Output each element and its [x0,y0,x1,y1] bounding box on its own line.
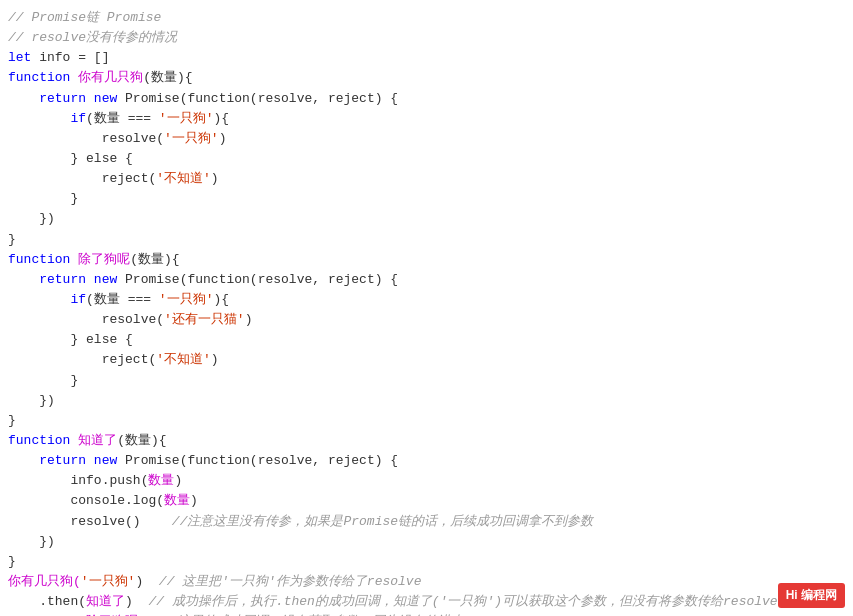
code-line: let info = [] [0,48,853,68]
code-token: resolve( [102,129,164,149]
code-token: // 成功操作后，执行.then的成功回调，知道了('一只狗')可以获取这个参数… [148,592,777,612]
code-line: resolve('还有一只猫') [0,310,853,330]
code-line: } [0,230,853,250]
code-token: let [8,48,39,68]
code-token: reject( [102,350,157,370]
code-line: // resolve没有传参的情况 [0,28,853,48]
code-token: function [8,431,78,451]
code-line: }) [0,532,853,552]
code-line: }) [0,391,853,411]
code-line: return new Promise(function(resolve, rej… [0,89,853,109]
code-line: } [0,371,853,391]
code-token: 除了狗呢 [78,250,130,270]
code-token: ) [125,592,148,612]
code-token: }) [39,532,55,552]
code-token: (function(resolve, reject) { [180,270,398,290]
code-token: '一只狗' [164,129,219,149]
code-line: resolve('一只狗') [0,129,853,149]
code-token: 数量 [164,491,190,511]
code-token: 你有几只狗( [8,572,81,592]
code-line: 你有几只狗('一只狗') // 这里把'一只狗'作为参数传给了resolve [0,572,853,592]
code-token: ) [211,169,219,189]
code-token: .then( [39,612,86,616]
code-token: '一只狗' [159,109,214,129]
code-token: }) [39,391,55,411]
code-token: } [8,552,16,572]
code-line: function 你有几只狗(数量){ [0,68,853,88]
code-token: ) [138,612,154,616]
code-token: return [39,451,94,471]
code-token: }) [39,209,55,229]
code-token: console.log( [70,491,164,511]
code-token: (数量){ [143,68,192,88]
code-token: } [70,189,78,209]
code-token: info [39,48,70,68]
code-line: } else { [0,330,853,350]
code-line: .then(除了狗呢) // 这里的成功回调，没有获取参数，因为没有传进来 [0,612,853,616]
code-token: 数量 [148,471,174,491]
code-token: ){ [213,290,229,310]
code-token: ) [211,350,219,370]
code-token: 除了狗呢 [86,612,138,616]
code-token: // 这里把'一只狗'作为参数传给了resolve [159,572,422,592]
code-token: ) [245,310,253,330]
code-token: } [70,371,78,391]
code-token: 知道了 [78,431,117,451]
code-token: function [8,250,78,270]
code-line: }) [0,209,853,229]
code-token: } [8,411,16,431]
code-token: // resolve没有传参的情况 [8,28,177,48]
code-line: .then(知道了) // 成功操作后，执行.then的成功回调，知道了('一只… [0,592,853,612]
code-token: new [94,270,125,290]
code-token: resolve( [102,310,164,330]
code-token: = [] [70,48,109,68]
code-line: return new Promise(function(resolve, rej… [0,451,853,471]
code-token: } else { [70,149,132,169]
code-token: info.push( [70,471,148,491]
code-token: //注意这里没有传参，如果是Promise链的话，后续成功回调拿不到参数 [172,512,593,532]
code-line: } [0,411,853,431]
code-line: // Promise链 Promise [0,8,853,28]
code-line: resolve() //注意这里没有传参，如果是Promise链的话，后续成功回… [0,512,853,532]
code-token: 知道了 [86,592,125,612]
code-token: // 这里的成功回调，没有获取参数，因为没有传进来 [154,612,463,616]
code-token: if [70,109,86,129]
code-line: reject('不知道') [0,169,853,189]
code-line: info.push(数量) [0,471,853,491]
code-token: .then( [39,592,86,612]
code-token: Promise [125,270,180,290]
code-token: ) [190,491,198,511]
code-token: '一只狗' [159,290,214,310]
code-token: (数量){ [130,250,179,270]
code-line: function 知道了(数量){ [0,431,853,451]
code-token: function [8,68,78,88]
code-token: // Promise链 Promise [8,8,161,28]
code-token: ) [174,471,182,491]
code-token: 你有几只狗 [78,68,143,88]
code-line: if(数量 === '一只狗'){ [0,109,853,129]
code-line: console.log(数量) [0,491,853,511]
code-token: ){ [213,109,229,129]
code-token: '还有一只猫' [164,310,245,330]
code-line: } [0,189,853,209]
brand-text: Hi 编程网 [786,587,837,604]
code-token: if [70,290,86,310]
code-line: } [0,552,853,572]
code-line: function 除了狗呢(数量){ [0,250,853,270]
code-token: } [8,230,16,250]
code-token: ) [135,572,158,592]
code-token: return [39,89,94,109]
code-token: (数量){ [117,431,166,451]
code-token: reject( [102,169,157,189]
code-token: Promise [125,89,180,109]
code-line: } else { [0,149,853,169]
code-token: new [94,89,125,109]
brand-logo[interactable]: Hi 编程网 [778,583,845,608]
code-line: return new Promise(function(resolve, rej… [0,270,853,290]
code-token: (数量 === [86,109,159,129]
code-token: resolve() [70,512,171,532]
code-token: (数量 === [86,290,159,310]
code-token: new [94,451,125,471]
code-line: if(数量 === '一只狗'){ [0,290,853,310]
code-token: ) [219,129,227,149]
